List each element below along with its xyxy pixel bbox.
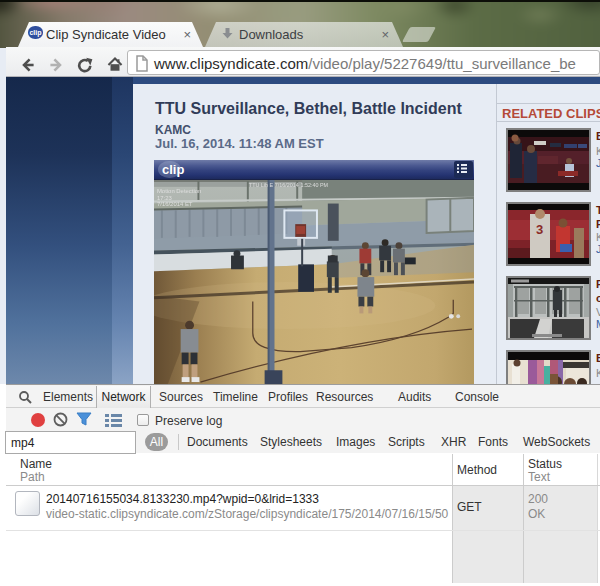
svg-text:3: 3 <box>536 222 543 237</box>
svg-text:TTU Lib E 7/16/2014 1:52:40 PM: TTU Lib E 7/16/2014 1:52:40 PM <box>249 182 329 188</box>
svg-text:Motion Detection: Motion Detection <box>157 188 201 194</box>
svg-text:7/16/2014 ET: 7/16/2014 ET <box>157 201 193 207</box>
svg-text:17:23: 17:23 <box>157 195 173 201</box>
